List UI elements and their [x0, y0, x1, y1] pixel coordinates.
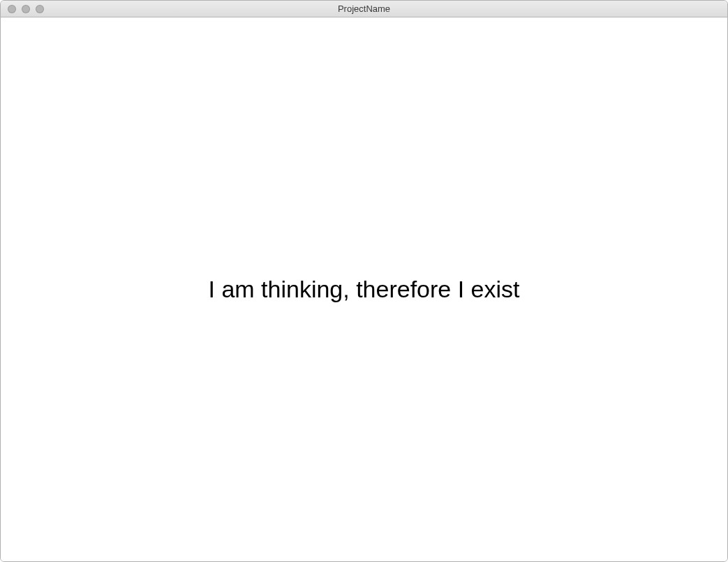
app-window: ProjectName I am thinking, therefore I e… [0, 0, 728, 562]
window-titlebar[interactable]: ProjectName [1, 1, 727, 17]
zoom-button[interactable] [36, 5, 44, 13]
minimize-button[interactable] [22, 5, 30, 13]
message-text: I am thinking, therefore I exist [209, 276, 520, 303]
close-button[interactable] [8, 5, 16, 13]
window-content: I am thinking, therefore I exist [1, 17, 727, 561]
window-controls [1, 5, 44, 13]
window-title: ProjectName [1, 3, 727, 14]
